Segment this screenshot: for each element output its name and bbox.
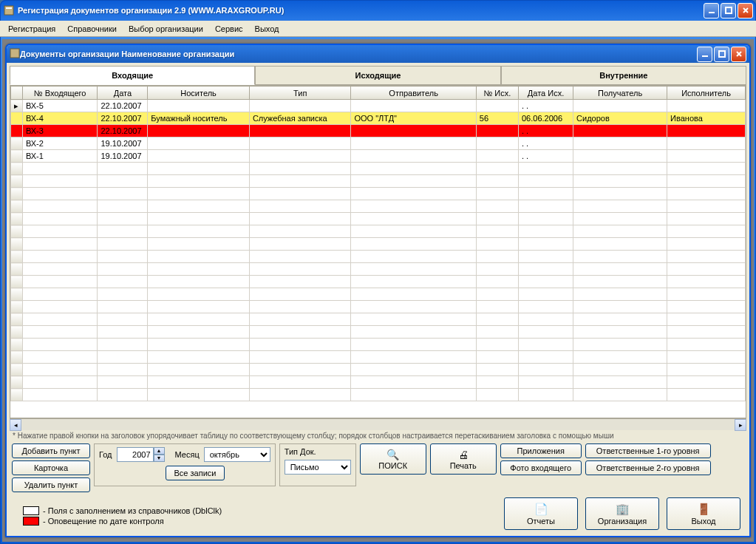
menu-exit[interactable]: Выход [250,23,285,35]
cell[interactable] [98,389,148,401]
cell[interactable] [476,263,518,276]
attachments-button[interactable]: Приложения [500,443,582,458]
cell[interactable] [148,225,250,238]
cell[interactable] [98,288,148,301]
scroll-right-arrow[interactable]: ▸ [735,419,746,431]
cell[interactable] [667,175,746,188]
menu-service[interactable]: Сервис [210,23,248,35]
cell[interactable] [667,351,746,364]
cell[interactable]: ВХ-1 [22,150,98,163]
cell[interactable] [351,188,476,200]
cell[interactable]: ВХ-4 [22,112,98,125]
cell[interactable]: ООО "ЛТД" [351,112,476,125]
column-header[interactable]: Дата [98,86,148,100]
cell[interactable] [573,288,667,301]
cell[interactable] [351,251,476,263]
cell[interactable] [22,339,98,351]
cell[interactable] [249,364,351,376]
table-row[interactable] [11,364,746,376]
cell[interactable] [22,225,98,238]
cell[interactable] [573,163,667,175]
cell[interactable] [518,200,573,213]
table-row[interactable] [11,313,746,326]
cell[interactable] [249,150,351,163]
cell[interactable] [476,137,518,150]
cell[interactable]: . . [518,100,573,112]
cell[interactable] [98,263,148,276]
cell[interactable] [476,288,518,301]
cell[interactable] [476,125,518,137]
cell[interactable] [148,376,250,389]
table-row[interactable] [11,238,746,251]
cell[interactable] [351,276,476,288]
tab-incoming[interactable]: Входящие [10,66,255,85]
cell[interactable] [476,364,518,376]
cell[interactable] [148,313,250,326]
cell[interactable] [518,389,573,401]
cell[interactable] [351,288,476,301]
cell[interactable] [667,125,746,137]
add-item-button[interactable]: Добавить пункт [12,443,90,458]
cell[interactable] [98,238,148,251]
cell[interactable]: . . [518,137,573,150]
cell[interactable] [351,125,476,137]
cell[interactable]: . . [518,150,573,163]
inner-titlebar[interactable]: Документы организации Наименование орган… [7,45,749,63]
cell[interactable] [148,213,250,225]
cell[interactable] [98,188,148,200]
cell[interactable] [667,251,746,263]
cell[interactable] [148,137,250,150]
cell[interactable]: . . [518,125,573,137]
table-row[interactable]: ВХ-219.10.2007. . [11,137,746,150]
cell[interactable] [518,351,573,364]
cell[interactable]: ВХ-5 [22,100,98,112]
delete-item-button[interactable]: Удалить пункт [12,477,90,492]
cell[interactable] [667,326,746,339]
cell[interactable] [148,100,250,112]
cell[interactable]: Служебная записка [249,112,351,125]
cell[interactable] [148,263,250,276]
photo-incoming-button[interactable]: Фото входящего [500,460,582,475]
cell[interactable] [98,313,148,326]
cell[interactable] [476,339,518,351]
cell[interactable] [22,376,98,389]
year-input[interactable] [117,447,154,462]
cell[interactable] [476,100,518,112]
cell[interactable] [476,276,518,288]
cell[interactable] [148,150,250,163]
column-header[interactable]: Носитель [148,86,250,100]
cell[interactable] [351,150,476,163]
cell[interactable]: Бумажный носитель [148,112,250,125]
table-row[interactable] [11,326,746,339]
cell[interactable] [476,301,518,313]
print-button[interactable]: 🖨 Печать [430,443,497,475]
cell[interactable] [249,238,351,251]
cell[interactable] [667,339,746,351]
cell[interactable] [667,188,746,200]
cell[interactable] [573,150,667,163]
cell[interactable] [351,163,476,175]
cell[interactable] [573,339,667,351]
scroll-left-arrow[interactable]: ◂ [10,419,21,431]
cell[interactable] [518,326,573,339]
card-button[interactable]: Карточка [12,460,90,475]
cell[interactable] [249,137,351,150]
table-row[interactable] [11,200,746,213]
cell[interactable] [573,100,667,112]
cell[interactable] [476,326,518,339]
cell[interactable] [148,288,250,301]
month-select[interactable]: октябрь [204,447,270,462]
cell[interactable] [667,225,746,238]
cell[interactable] [22,200,98,213]
organization-button[interactable]: 🏢 Организация [585,497,659,530]
cell[interactable] [98,200,148,213]
responsible-level1-button[interactable]: Ответственные 1-го уровня [585,443,711,458]
cell[interactable] [518,288,573,301]
cell[interactable] [98,175,148,188]
cell[interactable] [573,326,667,339]
cell[interactable] [476,225,518,238]
inner-minimize-button[interactable] [697,47,712,62]
cell[interactable] [249,339,351,351]
table-row[interactable] [11,188,746,200]
cell[interactable] [573,188,667,200]
